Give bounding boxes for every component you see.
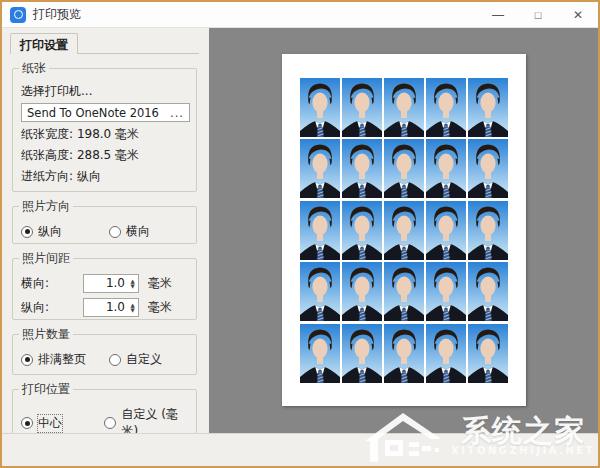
window-body: 打印设置 纸张 选择打印机... Send To OneNote 2016 ..… <box>2 28 598 433</box>
titlebar: 打印预览 — □ ✕ <box>2 2 598 28</box>
paper-width-label: 纸张宽度: <box>21 127 73 141</box>
id-photo <box>468 262 508 321</box>
radio-landscape-label: 横向 <box>126 223 150 240</box>
radio-portrait-label: 纵向 <box>38 223 62 240</box>
id-photo <box>384 262 424 321</box>
paper-height-value: 288.5 <box>77 148 111 162</box>
id-photo <box>342 78 382 137</box>
paper-width-row: 纸张宽度: 198.0 毫米 <box>21 126 190 143</box>
radio-fill-page-icon <box>21 354 33 366</box>
id-photo <box>426 262 466 321</box>
printer-browse-button[interactable]: ... <box>170 106 184 120</box>
close-button[interactable]: ✕ <box>558 2 598 27</box>
orientation-options: 纵向 横向 <box>21 223 190 240</box>
radio-portrait-icon <box>21 226 33 238</box>
photo-grid <box>300 78 508 383</box>
statusbar <box>2 433 598 466</box>
group-photo-quantity-title: 照片数量 <box>19 326 73 343</box>
id-photo <box>468 201 508 260</box>
spacing-vertical-value: 1.0 <box>84 299 127 316</box>
group-photo-orientation: 照片方向 纵向 横向 <box>12 198 197 244</box>
printer-name: Send To OneNote 2016 <box>27 106 170 120</box>
feed-direction-value: 纵向 <box>77 169 101 183</box>
group-photo-orientation-title: 照片方向 <box>19 198 73 215</box>
id-photo <box>342 324 382 383</box>
id-photo <box>384 201 424 260</box>
paper-width-value: 198.0 <box>77 127 111 141</box>
settings-panel: 打印设置 纸张 选择打印机... Send To OneNote 2016 ..… <box>2 28 205 433</box>
minimize-button[interactable]: — <box>478 2 518 27</box>
tab-print-settings[interactable]: 打印设置 <box>10 33 78 54</box>
id-photo <box>426 139 466 198</box>
id-photo <box>342 262 382 321</box>
radio-center-label: 中心 <box>38 415 62 432</box>
feed-direction-label: 进纸方向: <box>21 169 73 183</box>
id-photo <box>342 139 382 198</box>
radio-position-custom-icon <box>104 417 116 429</box>
window-controls: — □ ✕ <box>478 2 598 27</box>
id-photo <box>300 201 340 260</box>
spacing-vertical-unit: 毫米 <box>148 299 172 316</box>
radio-center-icon <box>21 417 33 429</box>
app-icon <box>10 7 26 23</box>
radio-quantity-custom-icon <box>109 354 121 366</box>
radio-center[interactable]: 中心 <box>21 415 104 432</box>
tab-strip: 打印设置 <box>10 32 199 54</box>
id-photo <box>300 78 340 137</box>
radio-quantity-custom-label: 自定义 <box>126 351 162 368</box>
id-photo <box>426 78 466 137</box>
group-paper: 纸张 选择打印机... Send To OneNote 2016 ... 纸张宽… <box>12 60 197 192</box>
group-print-position-title: 打印位置 <box>19 381 73 398</box>
radio-fill-page[interactable]: 排满整页 <box>21 351 109 368</box>
spacing-horizontal-label: 横向: <box>21 275 83 292</box>
id-photo <box>468 78 508 137</box>
id-photo <box>384 139 424 198</box>
paper-height-unit: 毫米 <box>115 148 139 162</box>
id-photo <box>468 139 508 198</box>
spacing-vertical-row: 纵向: 1.0 ▲▼ 毫米 <box>21 298 190 317</box>
feed-direction-row: 进纸方向: 纵向 <box>21 168 190 185</box>
id-photo <box>384 324 424 383</box>
group-paper-title: 纸张 <box>19 60 49 77</box>
print-preview-window: 打印预览 — □ ✕ 打印设置 纸张 选择打印机... Send To OneN… <box>0 0 600 468</box>
spacing-horizontal-value: 1.0 <box>84 275 127 292</box>
id-photo <box>426 324 466 383</box>
id-photo <box>300 262 340 321</box>
printer-select[interactable]: Send To OneNote 2016 ... <box>21 103 190 122</box>
radio-portrait[interactable]: 纵向 <box>21 223 109 240</box>
spacing-horizontal-row: 横向: 1.0 ▲▼ 毫米 <box>21 274 190 293</box>
quantity-options: 排满整页 自定义 <box>21 351 190 368</box>
window-title: 打印预览 <box>33 6 81 23</box>
preview-paper <box>282 54 526 406</box>
spinner-arrows-icon[interactable]: ▲▼ <box>127 275 138 292</box>
id-photo <box>384 78 424 137</box>
preview-pane <box>209 28 598 433</box>
select-printer-label: 选择打印机... <box>21 83 190 100</box>
paper-width-unit: 毫米 <box>115 127 139 141</box>
maximize-button[interactable]: □ <box>518 2 558 27</box>
id-photo <box>468 324 508 383</box>
paper-height-label: 纸张高度: <box>21 148 73 162</box>
radio-landscape-icon <box>109 226 121 238</box>
spacing-horizontal-spinner[interactable]: 1.0 ▲▼ <box>83 274 139 293</box>
spacing-vertical-spinner[interactable]: 1.0 ▲▼ <box>83 298 139 317</box>
id-photo <box>300 139 340 198</box>
group-photo-spacing: 照片间距 横向: 1.0 ▲▼ 毫米 纵向: 1.0 ▲▼ 毫米 <box>12 250 197 320</box>
id-photo <box>426 201 466 260</box>
radio-quantity-custom[interactable]: 自定义 <box>109 351 162 368</box>
spacing-horizontal-unit: 毫米 <box>148 275 172 292</box>
paper-height-row: 纸张高度: 288.5 毫米 <box>21 147 190 164</box>
spinner-arrows-icon[interactable]: ▲▼ <box>127 299 138 316</box>
radio-landscape[interactable]: 横向 <box>109 223 150 240</box>
id-photo <box>300 324 340 383</box>
spacing-vertical-label: 纵向: <box>21 299 83 316</box>
group-photo-spacing-title: 照片间距 <box>19 250 73 267</box>
radio-fill-page-label: 排满整页 <box>38 351 86 368</box>
group-photo-quantity: 照片数量 排满整页 自定义 <box>12 326 197 375</box>
id-photo <box>342 201 382 260</box>
